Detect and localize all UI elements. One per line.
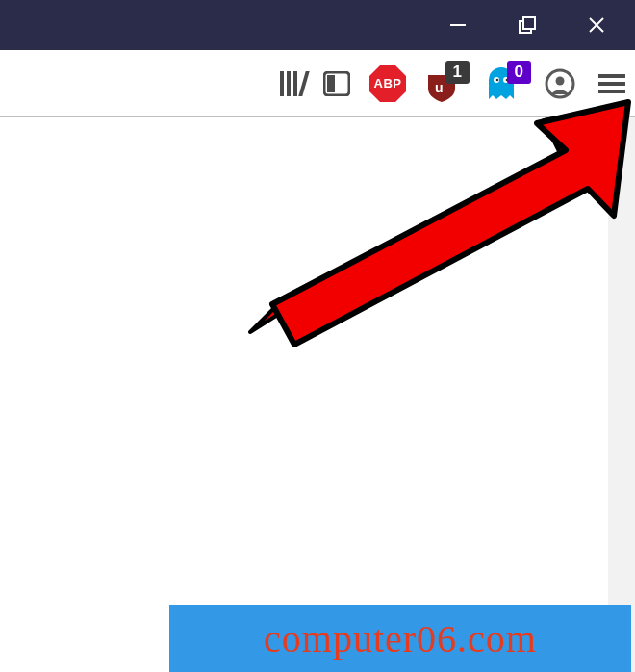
ghostery-badge: 0 bbox=[507, 61, 531, 84]
svg-rect-0 bbox=[450, 24, 466, 26]
ublock-origin-button[interactable]: u 1 bbox=[425, 63, 468, 105]
svg-text:u: u bbox=[435, 80, 444, 95]
close-button[interactable] bbox=[562, 0, 631, 50]
minimize-icon bbox=[449, 16, 467, 34]
scrollbar-track[interactable] bbox=[608, 117, 635, 672]
sidebar-toggle-button[interactable] bbox=[323, 71, 350, 96]
sidebar-icon bbox=[323, 71, 350, 96]
restore-icon bbox=[518, 15, 537, 35]
svg-rect-15 bbox=[598, 74, 625, 78]
account-icon bbox=[545, 68, 575, 99]
library-icon bbox=[280, 71, 306, 96]
svg-point-11 bbox=[496, 78, 499, 81]
svg-rect-6 bbox=[327, 75, 335, 92]
account-button[interactable] bbox=[545, 68, 575, 99]
svg-point-14 bbox=[556, 76, 565, 85]
svg-rect-2 bbox=[523, 17, 535, 29]
maximize-button[interactable] bbox=[493, 0, 562, 50]
svg-rect-17 bbox=[598, 90, 625, 93]
hamburger-icon bbox=[598, 72, 625, 95]
watermark: computer06.com bbox=[169, 605, 631, 672]
watermark-text: computer06.com bbox=[264, 616, 537, 661]
ghostery-button[interactable]: 0 bbox=[485, 63, 527, 105]
menu-button[interactable] bbox=[598, 72, 625, 95]
library-button[interactable] bbox=[280, 71, 306, 96]
content-area bbox=[0, 117, 635, 672]
ublock-badge: 1 bbox=[445, 61, 470, 84]
svg-rect-16 bbox=[598, 82, 625, 86]
browser-toolbar: ABP u 1 0 bbox=[0, 50, 635, 117]
window-titlebar bbox=[0, 0, 635, 50]
close-icon bbox=[587, 15, 606, 35]
minimize-button[interactable] bbox=[423, 0, 493, 50]
adblock-plus-button[interactable]: ABP bbox=[368, 64, 408, 104]
abp-label: ABP bbox=[368, 76, 408, 90]
